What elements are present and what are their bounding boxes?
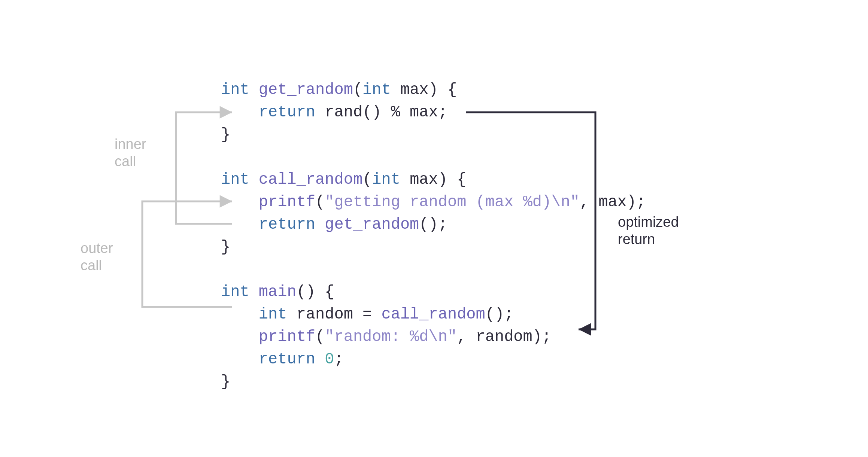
code-line: } — [221, 238, 230, 256]
function-name: main — [259, 283, 297, 301]
function-name: printf — [259, 193, 315, 211]
code-text: (); — [485, 305, 514, 323]
code-line: int random = call_random(); — [221, 305, 513, 323]
code-text — [221, 350, 259, 368]
function-name: get_random — [259, 81, 353, 99]
code-text: } — [221, 238, 230, 256]
code-line: int get_random(int max) { — [221, 81, 457, 99]
outer-call-label: outer call — [81, 240, 113, 274]
code-text: ( — [353, 81, 362, 99]
code-line: } — [221, 373, 230, 391]
code-text — [221, 328, 259, 346]
code-text: } — [221, 126, 230, 144]
code-text: ( — [362, 171, 372, 189]
diagram-stage: inner call outer call optimized return i… — [0, 0, 868, 457]
code-text: (); — [419, 216, 447, 234]
code-text: max) { — [400, 171, 466, 189]
keyword: return — [259, 350, 315, 368]
code-text: ( — [315, 193, 325, 211]
number: 0 — [325, 350, 334, 368]
code-line: return 0; — [221, 350, 344, 368]
code-text: , max); — [580, 193, 646, 211]
label-line: outer — [81, 240, 113, 257]
string: "getting random (max %d)\n" — [325, 193, 580, 211]
code-text: rand() % max; — [315, 103, 447, 121]
code-text — [221, 103, 259, 121]
code-line: printf("random: %d\n", random); — [221, 328, 551, 346]
code-text: } — [221, 373, 230, 391]
code-text: random = — [287, 305, 381, 323]
inner-call-label: inner call — [115, 135, 146, 170]
code-line: return rand() % max; — [221, 103, 447, 121]
code-text — [221, 216, 259, 234]
code-line: printf("getting random (max %d)\n", max)… — [221, 193, 646, 211]
keyword: int — [259, 305, 287, 323]
code-text — [315, 350, 325, 368]
code-text: () { — [297, 283, 334, 301]
code-line: int main() { — [221, 283, 334, 301]
code-text: max) { — [391, 81, 457, 99]
code-line: int call_random(int max) { — [221, 171, 466, 189]
code-block: int get_random(int max) { return rand() … — [221, 79, 646, 393]
keyword: int — [221, 283, 249, 301]
keyword: int — [221, 171, 249, 189]
label-line: inner — [115, 135, 146, 153]
label-line: call — [115, 153, 146, 170]
code-text — [221, 305, 259, 323]
code-text: ; — [334, 350, 344, 368]
function-name: get_random — [315, 216, 419, 234]
code-line: return get_random(); — [221, 216, 447, 234]
function-name: call_random — [259, 171, 362, 189]
function-name: printf — [259, 328, 315, 346]
string: "random: %d\n" — [325, 328, 457, 346]
label-line: call — [81, 257, 113, 274]
keyword: int — [372, 171, 400, 189]
keyword: return — [259, 103, 315, 121]
code-text: , random); — [457, 328, 551, 346]
outer-call-arrow — [142, 201, 232, 307]
function-name: call_random — [382, 305, 485, 323]
keyword: int — [362, 81, 391, 99]
keyword: int — [221, 81, 249, 99]
code-text — [221, 193, 259, 211]
code-text: ( — [315, 328, 325, 346]
code-line: } — [221, 126, 230, 144]
keyword: return — [259, 216, 315, 234]
